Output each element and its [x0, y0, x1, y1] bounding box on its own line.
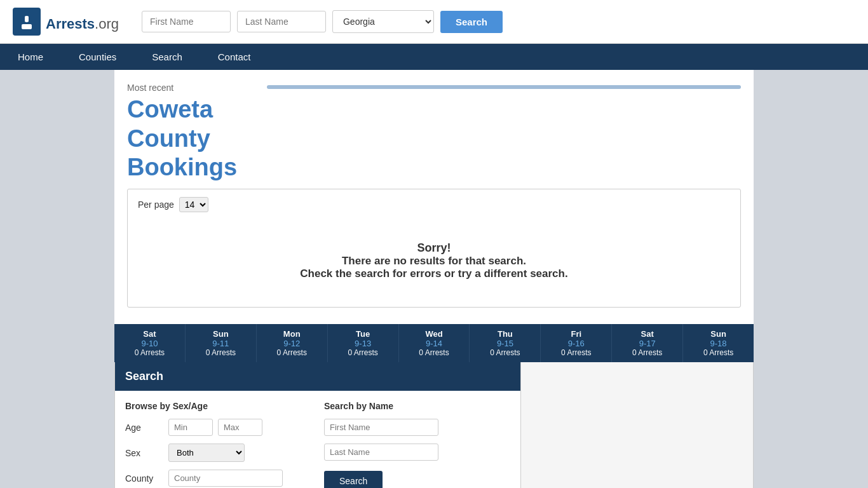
cal-day-name: Wed [402, 329, 467, 339]
cal-day-date[interactable]: 9-14 [402, 339, 467, 348]
nav-item-counties[interactable]: Counties [61, 44, 134, 70]
cal-day-name: Mon [259, 329, 325, 339]
calendar-day: Sat 9-10 0 Arrests [114, 324, 186, 362]
age-min-input[interactable] [168, 419, 213, 436]
header-state-select[interactable]: Georgia Alabama Florida Tennessee [332, 10, 434, 33]
search-first-name-input[interactable] [324, 419, 438, 436]
sidebar-title-area: Most recent CowetaCountyBookings [127, 83, 267, 182]
county-input[interactable] [168, 470, 283, 487]
header-first-name-input[interactable] [142, 11, 231, 32]
cal-day-date[interactable]: 9-13 [330, 339, 396, 348]
cal-day-arrests: 0 Arrests [402, 348, 467, 357]
search-panel: Search Browse by Sex/Age Age Sex Both Ma… [114, 362, 521, 488]
calendar-day: Wed 9-14 0 Arrests [399, 324, 470, 362]
county-title: CowetaCountyBookings [127, 95, 267, 182]
main-content: Most recent CowetaCountyBookings Per pag… [114, 70, 754, 324]
cal-day-date[interactable]: 9-15 [472, 339, 538, 348]
cal-day-arrests: 0 Arrests [472, 348, 538, 357]
search-last-name-input[interactable] [324, 444, 438, 461]
cal-day-name: Sun [188, 329, 254, 339]
logo[interactable]: Arrests.org [13, 8, 119, 36]
header-search-button[interactable]: Search [440, 11, 503, 33]
county-row: County [125, 470, 311, 487]
age-row: Age [125, 419, 311, 436]
cal-day-arrests: 0 Arrests [259, 348, 325, 357]
cal-day-date[interactable]: 9-16 [543, 339, 609, 348]
nav-item-search[interactable]: Search [134, 44, 200, 70]
content-top: Most recent CowetaCountyBookings [114, 70, 754, 182]
header: Arrests.org Georgia Alabama Florida Tenn… [0, 0, 868, 44]
age-label: Age [125, 423, 163, 433]
calendar-day: Mon 9-12 0 Arrests [257, 324, 328, 362]
logo-icon [13, 8, 41, 36]
calendar-day: Thu 9-15 0 Arrests [470, 324, 541, 362]
side-panel [521, 362, 754, 488]
per-page-label: Per page [138, 200, 174, 210]
nav-item-home[interactable]: Home [0, 44, 61, 70]
search-panel-header: Search [115, 362, 520, 391]
browse-section-label: Browse by Sex/Age [125, 401, 311, 411]
cal-day-arrests: 0 Arrests [543, 348, 609, 357]
per-page-select[interactable]: 14 25 50 [179, 197, 208, 212]
cal-day-name: Tue [330, 329, 396, 339]
cal-day-arrests: 0 Arrests [330, 348, 396, 357]
calendar-day: Sat 9-17 0 Arrests [612, 324, 683, 362]
calendar-day: Sun 9-11 0 Arrests [186, 324, 257, 362]
search-submit-button[interactable]: Search [324, 471, 383, 488]
search-by-name: Search by Name Search [324, 401, 510, 488]
calendar-day: Sun 9-18 0 Arrests [683, 324, 754, 362]
logo-text: Arrests.org [46, 10, 119, 34]
page-wrapper: Arrests.org Georgia Alabama Florida Tenn… [0, 0, 868, 488]
search-panel-body: Browse by Sex/Age Age Sex Both Male Fema… [115, 391, 520, 488]
cal-day-date[interactable]: 9-11 [188, 339, 254, 348]
cal-day-arrests: 0 Arrests [117, 348, 182, 357]
progress-bar [267, 85, 741, 89]
cal-day-name: Sat [614, 329, 680, 339]
cal-day-arrests: 0 Arrests [188, 348, 254, 357]
cal-day-date[interactable]: 9-10 [117, 339, 182, 348]
cal-day-arrests: 0 Arrests [614, 348, 680, 357]
cal-day-name: Sun [686, 329, 751, 339]
no-results-line2: There are no results for that search. [138, 255, 730, 268]
header-inputs: Georgia Alabama Florida Tennessee Search [142, 10, 503, 33]
calendar-day: Tue 9-13 0 Arrests [328, 324, 399, 362]
cal-day-name: Thu [472, 329, 538, 339]
age-max-input[interactable] [218, 419, 262, 436]
most-recent-label: Most recent [127, 83, 267, 93]
search-by-name-label: Search by Name [324, 401, 510, 411]
no-results: Sorry! There are no results for that sea… [138, 222, 730, 299]
per-page-row: Per page 14 25 50 [138, 197, 730, 212]
cal-day-date[interactable]: 9-17 [614, 339, 680, 348]
cal-day-name: Sat [117, 329, 182, 339]
sex-row: Sex Both Male Female [125, 444, 311, 462]
calendar-strip: Sat 9-10 0 Arrests Sun 9-11 0 Arrests Mo… [114, 324, 754, 362]
svg-rect-2 [22, 24, 32, 29]
per-page-area: Per page 14 25 50 Sorry! There are no re… [127, 189, 741, 308]
cal-day-arrests: 0 Arrests [686, 348, 751, 357]
header-last-name-input[interactable] [237, 11, 326, 32]
cal-day-date[interactable]: 9-12 [259, 339, 325, 348]
sex-label: Sex [125, 448, 163, 458]
county-label: County [125, 473, 163, 484]
cal-day-name: Fri [543, 329, 609, 339]
cal-day-date[interactable]: 9-18 [686, 339, 751, 348]
calendar-day: Fri 9-16 0 Arrests [541, 324, 612, 362]
nav-item-contact[interactable]: Contact [200, 44, 269, 70]
nav-bar: Home Counties Search Contact [0, 44, 868, 70]
name-first-row [324, 419, 510, 436]
bottom-section: Search Browse by Sex/Age Age Sex Both Ma… [114, 362, 754, 488]
sex-select[interactable]: Both Male Female [168, 444, 245, 462]
name-last-row [324, 444, 510, 461]
browse-sex-age: Browse by Sex/Age Age Sex Both Male Fema… [125, 401, 311, 488]
progress-area [267, 83, 741, 182]
no-results-line1: Sorry! [138, 241, 730, 255]
no-results-line3: Check the search for errors or try a dif… [138, 268, 730, 280]
